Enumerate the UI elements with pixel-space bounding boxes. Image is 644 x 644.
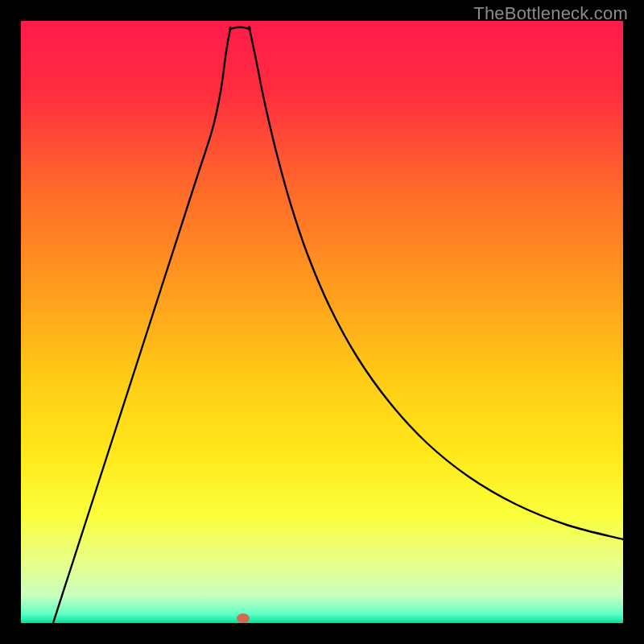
chart-svg xyxy=(21,21,623,623)
minimum-marker xyxy=(237,613,250,623)
gradient-bg xyxy=(21,21,623,623)
plot-area xyxy=(21,21,623,623)
chart-frame: TheBottleneck.com xyxy=(0,0,644,644)
